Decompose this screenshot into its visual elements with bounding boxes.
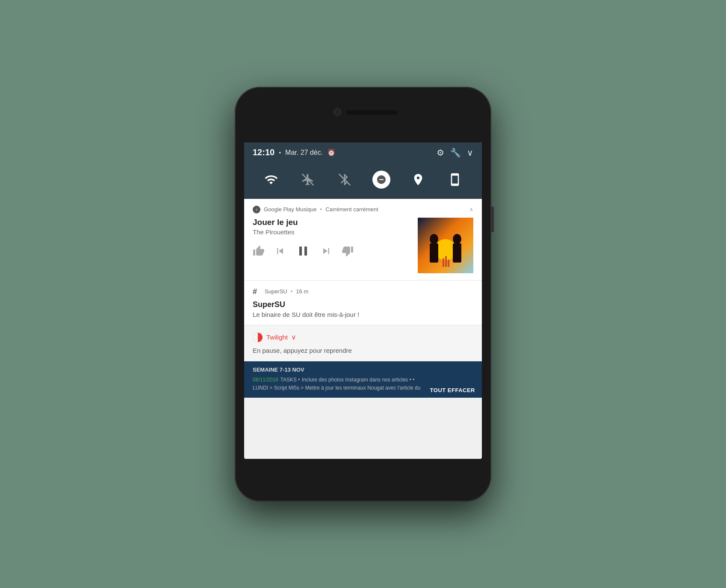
phone-device: 12:10 • Mar. 27 déc. ⏰ ⚙ 🔧 ∨ bbox=[235, 87, 491, 502]
pause-button[interactable] bbox=[295, 243, 311, 262]
location-toggle[interactable] bbox=[409, 171, 427, 189]
song-title: Jouer le jeu bbox=[253, 218, 418, 227]
notif-music-body: Jouer le jeu The Pirouettes bbox=[253, 218, 473, 273]
supersu-app-name: SuperSU bbox=[265, 288, 287, 295]
music-app-name: Google Play Musique bbox=[264, 206, 317, 213]
expand-icon[interactable]: ∧ bbox=[469, 207, 473, 213]
prev-button[interactable] bbox=[274, 245, 286, 260]
svg-point-4 bbox=[430, 234, 438, 244]
airplane-toggle[interactable] bbox=[299, 171, 317, 189]
album-art bbox=[418, 218, 473, 273]
dnd-toggle[interactable] bbox=[372, 171, 390, 189]
thumbup-button[interactable] bbox=[253, 245, 265, 260]
supersu-notification[interactable]: # SuperSU • 16 m SuperSU Le binaire de S… bbox=[244, 281, 482, 325]
music-notification[interactable]: ♪ Google Play Musique • Carrément carrém… bbox=[244, 199, 482, 281]
twilight-app-name: Twilight bbox=[266, 334, 288, 341]
svg-rect-7 bbox=[453, 243, 461, 263]
camera bbox=[333, 108, 341, 116]
status-separator: • bbox=[279, 149, 281, 156]
screen-toggle[interactable] bbox=[446, 171, 464, 189]
svg-rect-9 bbox=[445, 256, 447, 267]
twilight-text: En pause, appuyez pour reprendre bbox=[253, 347, 473, 354]
calendar-area: SEMAINE 7-13 NOV 08/11/2016 TASKS • Incl… bbox=[244, 361, 482, 398]
svg-rect-5 bbox=[430, 243, 438, 263]
bluetooth-toggle[interactable] bbox=[336, 171, 354, 189]
notifications-area: ♪ Google Play Musique • Carrément carrém… bbox=[244, 199, 482, 398]
thumbdown-button[interactable] bbox=[342, 245, 354, 260]
notif-separator: • bbox=[320, 206, 322, 213]
task-prefix: TASKS • bbox=[280, 377, 300, 383]
svg-point-6 bbox=[453, 234, 461, 244]
notif-supersu-separator: • bbox=[291, 288, 293, 295]
twilight-notification[interactable]: Twilight ∨ En pause, appuyez pour repren… bbox=[244, 325, 482, 361]
wrench-icon: 🔧 bbox=[450, 148, 461, 158]
notif-supersu-header: # SuperSU • 16 m bbox=[253, 287, 473, 296]
status-bar: 12:10 • Mar. 27 déc. ⏰ ⚙ 🔧 ∨ bbox=[244, 142, 482, 164]
status-left: 12:10 • Mar. 27 déc. ⏰ bbox=[253, 148, 336, 157]
google-play-music-icon: ♪ bbox=[253, 206, 260, 213]
music-playlist: Carrément carrément bbox=[325, 206, 378, 213]
supersu-text: Le binaire de SU doit être mis-à-jour ! bbox=[253, 311, 473, 318]
music-controls bbox=[253, 243, 418, 262]
wifi-toggle[interactable] bbox=[262, 171, 280, 189]
task-text: Inclure des photos Instagram dans nos ar… bbox=[302, 377, 414, 383]
next-button[interactable] bbox=[320, 245, 332, 260]
alarm-icon: ⏰ bbox=[327, 148, 336, 157]
notif-music-header: ♪ Google Play Musique • Carrément carrém… bbox=[253, 206, 473, 213]
week-label: SEMAINE 7-13 NOV bbox=[253, 366, 473, 373]
supersu-time: 16 m bbox=[296, 288, 308, 295]
twilight-header: Twilight ∨ bbox=[253, 332, 473, 343]
quick-settings bbox=[244, 164, 482, 199]
twilight-icon bbox=[253, 332, 263, 343]
status-time: 12:10 bbox=[253, 148, 274, 157]
speaker bbox=[346, 110, 397, 115]
twilight-expand-icon[interactable]: ∨ bbox=[291, 333, 296, 341]
supersu-title: SuperSU bbox=[253, 300, 473, 309]
settings-icon[interactable]: ⚙ bbox=[437, 148, 444, 158]
supersu-hash-icon: # bbox=[253, 287, 261, 296]
artist-name: The Pirouettes bbox=[253, 228, 418, 236]
svg-rect-10 bbox=[448, 260, 449, 267]
chevron-down-icon[interactable]: ∨ bbox=[467, 148, 473, 158]
clear-all-button[interactable]: TOUT EFFACER bbox=[430, 387, 475, 393]
status-right: ⚙ 🔧 ∨ bbox=[437, 148, 473, 158]
task-date: 08/11/2016 bbox=[253, 377, 278, 383]
svg-rect-8 bbox=[443, 258, 444, 267]
status-date: Mar. 27 déc. bbox=[285, 149, 323, 157]
notif-music-left: Jouer le jeu The Pirouettes bbox=[253, 218, 418, 262]
screen: 12:10 • Mar. 27 déc. ⏰ ⚙ 🔧 ∨ bbox=[244, 142, 482, 459]
side-button bbox=[491, 207, 494, 232]
